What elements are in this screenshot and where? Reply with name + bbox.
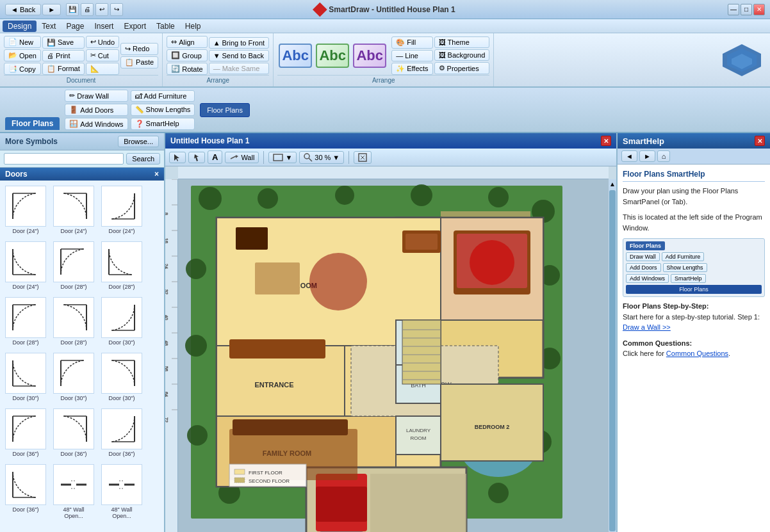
make-same-icon: — [213, 65, 220, 72]
style-button-purple[interactable]: Abc [353, 44, 386, 68]
list-item[interactable]: Door (28") [3, 294, 49, 348]
line-tool-button[interactable]: Wall [225, 152, 259, 163]
cut-button[interactable]: ✂ Cut [86, 49, 119, 61]
floor-plans-tab[interactable]: Floor Plans [5, 117, 60, 130]
maximize-button[interactable]: □ [741, 4, 752, 15]
menu-export[interactable]: Export [119, 20, 151, 32]
list-item[interactable]: Door (24") [3, 239, 49, 293]
list-item[interactable]: Door (36") [3, 462, 49, 522]
copy-ribbon-button[interactable]: 📋 Format [42, 63, 85, 75]
list-item[interactable]: Door (24") [99, 183, 145, 237]
list-item[interactable]: Door (28") [99, 239, 145, 293]
mini-add-doors-btn[interactable]: Add Doors [626, 263, 661, 272]
symbols-grid: Door (24") Door (24") [0, 181, 164, 532]
list-item[interactable]: Door (30") [99, 294, 145, 348]
show-lengths-button[interactable]: 📏 Show Lengths [131, 104, 195, 116]
list-item[interactable]: 48" Wall Open... [51, 462, 97, 522]
properties-button[interactable]: ⚙ Properties [434, 62, 490, 74]
close-button[interactable]: ✕ [753, 4, 765, 15]
fill-button[interactable]: 🎨 Fill [391, 36, 432, 49]
smarthelp-back-button[interactable]: ◄ [621, 150, 637, 162]
redo-icon[interactable]: ↪ [110, 3, 123, 16]
list-item[interactable]: 48" Wall Open... [99, 462, 145, 522]
zoom-button[interactable]: 30 % ▼ [299, 151, 344, 164]
list-item[interactable]: Door (30") [51, 350, 97, 404]
save-ribbon-button[interactable]: 💾 Save [42, 36, 85, 49]
print-ribbon-button[interactable]: 🖨 Print [42, 50, 85, 61]
select-tool-button[interactable] [169, 152, 186, 163]
group-button[interactable]: 🔲 Group [167, 49, 207, 61]
list-item[interactable]: Door (24") [3, 183, 49, 237]
smarthelp-close-button[interactable]: ✕ [755, 136, 765, 146]
minimize-button[interactable]: — [728, 4, 739, 15]
redo-ribbon-button[interactable]: ↪ Redo [120, 43, 158, 55]
symbol-door-7 [5, 297, 46, 338]
undo-ribbon-button[interactable]: ↩ Undo [86, 36, 119, 48]
list-item[interactable]: Door (28") [51, 239, 97, 293]
undo-icon[interactable]: ↩ [95, 3, 108, 16]
text-tool-button[interactable]: A [208, 150, 222, 164]
line-button[interactable]: — Line [391, 50, 432, 61]
back-button[interactable]: ◄ Back [5, 4, 41, 15]
add-windows-button[interactable]: 🪟 Add Windows [65, 118, 127, 130]
draw-wall-link[interactable]: Draw a Wall >> [623, 323, 671, 331]
vertical-scrollbar[interactable]: ▲ ▼ [609, 179, 616, 532]
menu-design[interactable]: Design [3, 20, 37, 32]
scrollbar-thumb[interactable] [609, 190, 616, 531]
make-same-button[interactable]: — Make Same [209, 63, 270, 74]
floor-plan-area[interactable]: LIVING ROOM ENTRANCE FAMILY ROOM OPEN TO… [178, 179, 609, 532]
browse-button[interactable]: Browse... [118, 136, 159, 147]
search-input[interactable] [4, 153, 124, 165]
add-doors-button[interactable]: 🚪 Add Doors [65, 104, 127, 116]
canvas-content[interactable]: 0 8 16 24 32 40 48 56 64 72 80 [165, 166, 616, 532]
smarthelp-forward-button[interactable]: ► [639, 150, 655, 162]
common-questions-link[interactable]: Common Questions [666, 350, 728, 357]
mini-add-windows-btn[interactable]: Add Windows [626, 274, 669, 283]
rotate-button[interactable]: 🔄 Rotate [167, 63, 207, 75]
smarthelp-home-button[interactable]: ⌂ [657, 150, 671, 162]
theme-button[interactable]: 🖼 Theme [434, 36, 490, 48]
style-button-blue[interactable]: Abc [279, 44, 312, 68]
add-furniture-button[interactable]: 🛋 Add Furniture [131, 90, 195, 102]
list-item[interactable]: Door (24") [51, 183, 97, 237]
list-item[interactable]: Door (28") [51, 294, 97, 348]
align-button[interactable]: ⇔ Align [167, 36, 207, 48]
effects-button[interactable]: ✨ Effects [391, 63, 432, 75]
mini-add-furniture-btn[interactable]: Add Furniture [662, 252, 705, 261]
mini-smarthelp-btn[interactable]: SmartHelp [671, 274, 706, 283]
menu-table[interactable]: Table [151, 20, 180, 32]
save-icon[interactable]: 💾 [66, 3, 79, 16]
bring-to-front-button[interactable]: ▲ Bring to Front [209, 37, 270, 49]
print-preview-button[interactable]: 📑 Copy [4, 63, 41, 75]
list-item[interactable]: Door (36") [99, 406, 145, 460]
mini-show-lengths-btn[interactable]: Show Lengths [663, 263, 707, 272]
canvas-close-button[interactable]: ✕ [601, 136, 611, 146]
list-item[interactable]: Door (30") [99, 350, 145, 404]
mini-draw-wall-btn[interactable]: Draw Wall [626, 252, 660, 261]
search-button[interactable]: Search [126, 153, 160, 165]
new-button[interactable]: 📄 New [4, 36, 41, 48]
smarthelp-tab-button[interactable]: ❓ SmartHelp [131, 118, 195, 130]
scroll-up-button[interactable]: ▲ [608, 179, 616, 189]
symbol-wall-open-2 [101, 464, 142, 505]
list-item[interactable]: Door (36") [51, 406, 97, 460]
menu-help[interactable]: Help [180, 20, 206, 32]
format-button[interactable]: 📐 [86, 63, 119, 75]
print-icon[interactable]: 🖨 [81, 3, 94, 16]
open-button[interactable]: 📂 Open [4, 49, 41, 61]
shape-button[interactable]: ▼ [268, 152, 297, 163]
paste-button[interactable]: 📋 Paste [120, 56, 158, 69]
fit-button[interactable] [354, 151, 372, 164]
send-to-back-button[interactable]: ▼ Send to Back [209, 50, 270, 61]
menu-insert[interactable]: Insert [89, 20, 119, 32]
background-button[interactable]: 🖼 Background [434, 49, 490, 61]
draw-wall-button[interactable]: ✏ Draw Wall [65, 90, 127, 102]
pointer-tool-button[interactable] [188, 152, 205, 163]
forward-button[interactable]: ► [42, 4, 61, 15]
category-close-icon[interactable]: × [154, 170, 159, 179]
menu-text[interactable]: Text [37, 20, 61, 32]
list-item[interactable]: Door (36") [3, 406, 49, 460]
list-item[interactable]: Door (30") [3, 350, 49, 404]
menu-page[interactable]: Page [61, 20, 89, 32]
style-button-green[interactable]: Abc [316, 44, 349, 68]
